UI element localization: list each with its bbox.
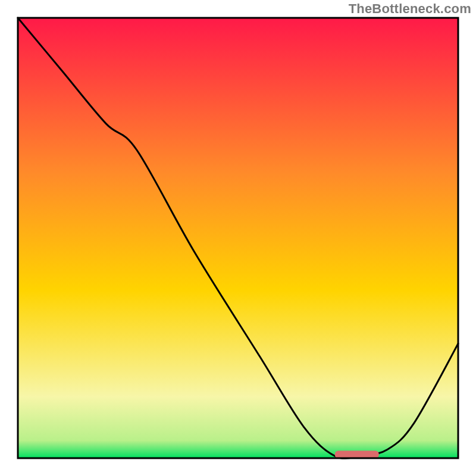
- watermark-label: TheBottleneck.com: [349, 1, 471, 17]
- gradient-background: [18, 18, 458, 458]
- chart-container: TheBottleneck.com: [0, 0, 476, 476]
- bottleneck-chart: [0, 0, 476, 476]
